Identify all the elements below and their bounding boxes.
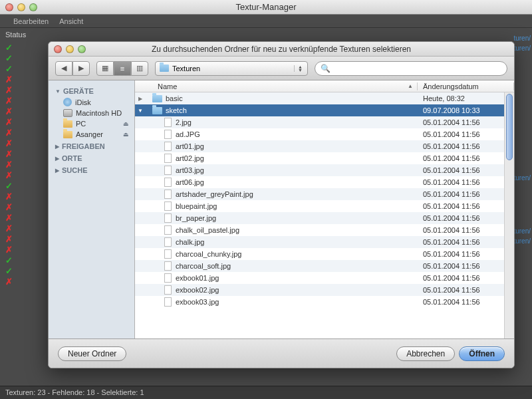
- cancel-button[interactable]: Abbrechen: [396, 346, 455, 361]
- file-row[interactable]: bluepaint.jpg05.01.2004 11:56: [135, 200, 514, 212]
- disclosure-triangle-icon[interactable]: ▶: [135, 96, 146, 102]
- file-date: 05.01.2004 11:56: [418, 166, 514, 174]
- menubar: Bearbeiten Ansicht: [0, 15, 532, 28]
- sidebar-search-label: SUCHE: [62, 166, 88, 174]
- path-dropdown[interactable]: Texturen ▲▼: [155, 61, 308, 76]
- sidebar-search-header[interactable]: ▶SUCHE: [49, 164, 134, 176]
- file-name: bluepaint.jpg: [176, 202, 418, 210]
- file-row[interactable]: 2.jpg05.01.2004 11:56: [135, 116, 514, 128]
- check-icon: ✓: [5, 53, 32, 63]
- file-name: ad.JPG: [176, 130, 418, 138]
- menu-view[interactable]: Ansicht: [59, 17, 83, 25]
- file-date: 05.01.2004 11:56: [418, 202, 514, 210]
- file-name: art03.jpg: [176, 166, 418, 174]
- sheet-title: Zu durchsuchenden Ordner für neu zu verk…: [49, 45, 514, 54]
- file-sheet: Zu durchsuchenden Ordner für neu zu verk…: [48, 41, 515, 368]
- file-name: exbook03.jpg: [176, 298, 418, 306]
- scrollbar[interactable]: [504, 92, 514, 338]
- sidebar-places-label: ORTE: [62, 154, 82, 162]
- sidebar-item[interactable]: Asanger⏏: [49, 129, 134, 140]
- new-folder-button[interactable]: Neuer Ordner: [58, 346, 126, 361]
- sidebar-item[interactable]: PC⏏: [49, 118, 134, 129]
- file-row[interactable]: artshader_greyPaint.jpg05.01.2004 11:56: [135, 188, 514, 200]
- cross-icon: ✗: [5, 234, 32, 244]
- file-row[interactable]: br_paper.jpg05.01.2004 11:56: [135, 212, 514, 224]
- idisk-icon: [63, 98, 72, 106]
- file-icon: [164, 225, 172, 235]
- main-titlebar: Textur-Manager: [0, 0, 532, 15]
- file-icon: [164, 190, 172, 199]
- peek-text: turen/: [513, 35, 531, 42]
- menu-edit[interactable]: Bearbeiten: [13, 17, 49, 25]
- file-name: charcoal_soft.jpg: [176, 262, 418, 270]
- file-row[interactable]: art03.jpg05.01.2004 11:56: [135, 164, 514, 176]
- file-date: 05.01.2004 11:56: [418, 286, 514, 294]
- toolbar: ◀ ▶ ▦ ≡ ▥ Texturen ▲▼ 🔍: [49, 57, 514, 80]
- sidebar-shares-header[interactable]: ▶FREIGABEN: [49, 140, 134, 152]
- peek-text: turen/: [513, 227, 531, 235]
- icon-view-button[interactable]: ▦: [96, 61, 114, 76]
- open-button[interactable]: Öffnen: [459, 346, 505, 361]
- file-name: art02.jpg: [176, 154, 418, 162]
- forward-button[interactable]: ▶: [72, 61, 90, 76]
- column-date[interactable]: Änderungsdatum: [418, 82, 514, 90]
- folder-row[interactable]: ▼sketch09.07.2008 10:33: [135, 104, 514, 116]
- sidebar-places-header[interactable]: ▶ORTE: [49, 152, 134, 164]
- column-name[interactable]: Name▲: [154, 82, 418, 90]
- file-row[interactable]: exbook02.jpg05.01.2004 11:56: [135, 284, 514, 296]
- search-input[interactable]: [333, 65, 501, 72]
- sidebar-item-label: iDisk: [75, 98, 91, 106]
- file-icon: [164, 273, 172, 283]
- column-view-button[interactable]: ▥: [131, 61, 148, 76]
- sidebar-item-label: Macintosh HD: [76, 109, 122, 117]
- file-row[interactable]: chalk_oil_pastel.jpg05.01.2004 11:56: [135, 224, 514, 236]
- peek-text: turen/: [513, 237, 531, 245]
- sidebar-item[interactable]: iDisk: [49, 96, 134, 108]
- file-row[interactable]: exbook03.jpg05.01.2004 11:56: [135, 296, 514, 308]
- scrollbar-thumb[interactable]: [506, 94, 513, 160]
- file-name: exbook01.jpg: [176, 274, 418, 282]
- folder-icon: [63, 131, 72, 138]
- cross-icon: ✗: [5, 128, 32, 138]
- list-view-button[interactable]: ≡: [114, 61, 131, 76]
- eject-icon[interactable]: ⏏: [123, 120, 129, 127]
- file-icon: [164, 213, 172, 223]
- file-row[interactable]: chalk.jpg05.01.2004 11:56: [135, 236, 514, 248]
- file-row[interactable]: ad.JPG05.01.2004 11:56: [135, 128, 514, 140]
- file-name: artshader_greyPaint.jpg: [176, 190, 418, 198]
- file-row[interactable]: art06.jpg05.01.2004 11:56: [135, 176, 514, 188]
- file-rows: ▶basicHeute, 08:32▼sketch09.07.2008 10:3…: [135, 92, 514, 338]
- cross-icon: ✗: [5, 138, 32, 148]
- file-date: 05.01.2004 11:56: [418, 214, 514, 222]
- eject-icon[interactable]: ⏏: [123, 131, 129, 138]
- file-name: charcoal_chunky.jpg: [176, 250, 418, 258]
- file-name: exbook02.jpg: [176, 286, 418, 294]
- sidebar: ▼GERÄTE iDiskMacintosh HDPC⏏Asanger⏏ ▶FR…: [49, 80, 135, 338]
- cross-icon: ✗: [5, 277, 32, 287]
- folder-row[interactable]: ▶basicHeute, 08:32: [135, 92, 514, 104]
- file-row[interactable]: charcoal_soft.jpg05.01.2004 11:56: [135, 260, 514, 272]
- search-field[interactable]: 🔍: [315, 61, 507, 76]
- file-icon: [164, 201, 172, 211]
- disclosure-triangle-icon: ▶: [55, 156, 59, 162]
- file-row[interactable]: exbook01.jpg05.01.2004 11:56: [135, 272, 514, 284]
- peek-text: turen/: [513, 45, 531, 52]
- sidebar-item-label: Asanger: [76, 130, 103, 138]
- column-name-label: Name: [158, 82, 177, 90]
- file-row[interactable]: art02.jpg05.01.2004 11:56: [135, 152, 514, 164]
- file-name: art01.jpg: [176, 142, 418, 150]
- sidebar-devices-header[interactable]: ▼GERÄTE: [49, 84, 134, 96]
- folder-icon: [63, 120, 72, 128]
- sidebar-item[interactable]: Macintosh HD: [49, 108, 134, 118]
- file-row[interactable]: charcoal_chunky.jpg05.01.2004 11:56: [135, 248, 514, 260]
- file-icon: [164, 249, 172, 259]
- file-date: 05.01.2004 11:56: [418, 250, 514, 258]
- file-icon: [164, 118, 172, 127]
- disclosure-triangle-icon: ▶: [55, 168, 59, 174]
- disclosure-triangle-icon[interactable]: ▼: [135, 108, 146, 114]
- file-date: 05.01.2004 11:56: [418, 190, 514, 198]
- file-icon: [164, 297, 172, 307]
- file-row[interactable]: art01.jpg05.01.2004 11:56: [135, 140, 514, 152]
- back-button[interactable]: ◀: [55, 61, 72, 76]
- file-date: 09.07.2008 10:33: [418, 106, 514, 114]
